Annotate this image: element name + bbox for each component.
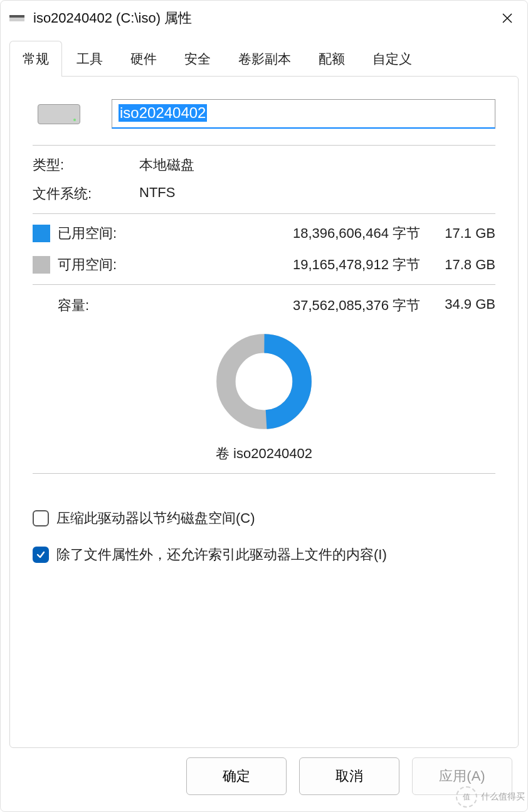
tab-general[interactable]: 常规 <box>9 41 62 77</box>
separator <box>33 284 495 285</box>
compress-checkbox[interactable] <box>33 510 49 526</box>
separator <box>33 213 495 214</box>
dialog-footer: 确定 取消 应用(A) <box>1 749 527 811</box>
free-human: 17.8 GB <box>420 257 495 273</box>
type-row: 类型: 本地磁盘 <box>33 156 495 174</box>
tab-bar: 常规 工具 硬件 安全 卷影副本 配额 自定义 <box>1 41 527 77</box>
window-title: iso20240402 (C:\iso) 属性 <box>33 9 496 28</box>
cancel-button[interactable]: 取消 <box>299 757 399 795</box>
filesystem-row: 文件系统: NTFS <box>33 184 495 203</box>
tab-security[interactable]: 安全 <box>171 41 224 77</box>
drive-name-row: iso20240402 <box>38 99 495 129</box>
drive-icon-small <box>9 15 24 21</box>
used-label: 已用空间: <box>58 224 164 243</box>
drive-icon <box>38 104 80 124</box>
compress-label: 压缩此驱动器以节约磁盘空间(C) <box>56 509 255 528</box>
space-grid: 已用空间: 18,396,606,464 字节 17.1 GB 可用空间: 19… <box>33 224 495 274</box>
type-label: 类型: <box>33 156 139 174</box>
name-input-wrap: iso20240402 <box>112 99 495 129</box>
usage-chart <box>33 331 495 432</box>
close-button[interactable] <box>496 7 519 29</box>
tab-custom[interactable]: 自定义 <box>359 41 425 77</box>
capacity-human: 34.9 GB <box>420 296 495 315</box>
tab-shadow[interactable]: 卷影副本 <box>225 41 304 77</box>
compress-option[interactable]: 压缩此驱动器以节约磁盘空间(C) <box>33 509 495 528</box>
watermark: 值 什么值得买 <box>456 786 525 808</box>
tab-panel-general: iso20240402 类型: 本地磁盘 文件系统: NTFS 已用空间: 18… <box>9 76 519 748</box>
properties-window: iso20240402 (C:\iso) 属性 常规 工具 硬件 安全 卷影副本… <box>0 0 528 812</box>
tab-quota[interactable]: 配额 <box>305 41 358 77</box>
donut-chart-icon <box>214 331 314 432</box>
capacity-bytes: 37,562,085,376 字节 <box>164 296 420 315</box>
free-bytes: 19,165,478,912 字节 <box>164 255 420 274</box>
options-section: 压缩此驱动器以节约磁盘空间(C) 除了文件属性外，还允许索引此驱动器上文件的内容… <box>33 509 495 564</box>
check-icon <box>36 550 46 560</box>
watermark-text: 什么值得买 <box>481 791 525 803</box>
used-swatch-icon <box>33 225 50 242</box>
volume-label: 卷 iso20240402 <box>33 444 495 463</box>
index-checkbox[interactable] <box>33 547 49 563</box>
tab-hardware[interactable]: 硬件 <box>117 41 170 77</box>
watermark-icon: 值 <box>456 786 477 808</box>
used-human: 17.1 GB <box>420 225 495 242</box>
filesystem-value: NTFS <box>139 184 175 203</box>
capacity-label: 容量: <box>58 296 164 315</box>
separator <box>33 473 495 474</box>
used-bytes: 18,396,606,464 字节 <box>164 224 420 243</box>
titlebar: iso20240402 (C:\iso) 属性 <box>1 1 527 41</box>
free-label: 可用空间: <box>58 255 164 274</box>
capacity-row: 容量: 37,562,085,376 字节 34.9 GB <box>33 296 495 315</box>
volume-name-input[interactable] <box>112 99 495 129</box>
tab-tools[interactable]: 工具 <box>63 41 116 77</box>
separator <box>33 145 495 146</box>
index-label: 除了文件属性外，还允许索引此驱动器上文件的内容(I) <box>56 545 387 564</box>
free-swatch-icon <box>33 256 50 274</box>
ok-button[interactable]: 确定 <box>186 757 287 795</box>
svg-point-2 <box>240 358 288 405</box>
type-value: 本地磁盘 <box>139 156 194 174</box>
index-option[interactable]: 除了文件属性外，还允许索引此驱动器上文件的内容(I) <box>33 545 495 564</box>
close-icon <box>502 13 513 24</box>
filesystem-label: 文件系统: <box>33 184 139 203</box>
